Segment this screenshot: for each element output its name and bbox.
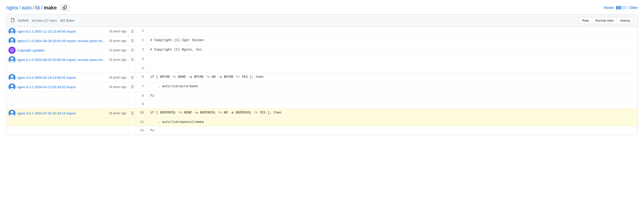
line-number: 6 bbox=[136, 73, 148, 82]
newer-label[interactable]: Newer bbox=[604, 6, 614, 10]
breadcrumb-nginx[interactable]: nginx bbox=[6, 5, 18, 11]
line-actions[interactable] bbox=[129, 118, 136, 126]
file-header: 100644 24 lines (17 sloc) 482 Bytes Raw … bbox=[6, 14, 638, 27]
line-actions[interactable] bbox=[129, 126, 136, 135]
line-content: if [ $OPENSSL != NONE -a $OPENSSL != NO … bbox=[148, 109, 638, 118]
file-size: 482 Bytes bbox=[60, 19, 75, 22]
breadcrumb-current: make bbox=[44, 5, 57, 11]
file-icon bbox=[10, 18, 15, 23]
line-number: 10 bbox=[136, 109, 148, 118]
code-area: 12 fi bbox=[129, 126, 638, 135]
blame-sidebar-3: Copyright updated. 10 years ago bbox=[6, 46, 129, 55]
normal-view-button[interactable]: Normal view bbox=[592, 17, 617, 24]
history-button[interactable]: History bbox=[617, 17, 634, 24]
line-actions[interactable] bbox=[129, 55, 136, 64]
blame-sidebar-9 bbox=[6, 100, 129, 108]
code-area: 7 . auto/lib/pcre/make bbox=[129, 82, 638, 92]
code-area: 4 bbox=[129, 55, 638, 64]
raw-button[interactable]: Raw bbox=[579, 17, 592, 24]
file-lines: 24 lines (17 sloc) bbox=[32, 19, 57, 22]
svg-point-4 bbox=[11, 38, 13, 41]
line-content bbox=[148, 27, 638, 36]
blame-row: 5 bbox=[6, 65, 638, 73]
line-content: fi bbox=[148, 126, 638, 135]
file-id: 100644 bbox=[18, 19, 29, 22]
blame-sidebar-10: nginx-0.0.7-2004-07-25-22:34:14 import 1… bbox=[6, 109, 129, 118]
line-actions[interactable] bbox=[129, 65, 136, 73]
code-area: 6 if [ $PCRE != NONE -a $PCRE != NO -a $… bbox=[129, 73, 638, 82]
avatar bbox=[8, 37, 16, 44]
blame-sidebar-11 bbox=[6, 118, 129, 126]
line-actions[interactable] bbox=[129, 36, 136, 45]
line-content: # Copyright (C) Igor Sysoev bbox=[148, 36, 638, 45]
line-actions[interactable] bbox=[129, 92, 136, 100]
breadcrumb: nginx / auto / lib / make bbox=[6, 4, 70, 11]
commit-time: 18 years ago bbox=[107, 85, 126, 89]
code-area: 1 bbox=[129, 27, 638, 36]
copy-path-button[interactable] bbox=[60, 4, 70, 11]
commit-time: 19 years ago bbox=[107, 30, 126, 33]
line-number: 7 bbox=[136, 82, 148, 92]
code-area: 9 bbox=[129, 100, 638, 108]
blame-row: nginx-0.0.3-2004-04-18-23:06:02 import 1… bbox=[6, 73, 638, 82]
avatar bbox=[8, 56, 16, 63]
line-actions[interactable] bbox=[129, 109, 136, 118]
file-info: 100644 24 lines (17 sloc) 482 Bytes bbox=[10, 18, 75, 23]
commit-link[interactable]: nginx-0.0.1-2003-11-25-23:44:56 import bbox=[17, 30, 76, 33]
line-number: 4 bbox=[136, 55, 148, 64]
avatar bbox=[8, 74, 16, 81]
commit-link[interactable]: nginx-0.1.0-2004-09-29-20:00:49 import; … bbox=[17, 58, 105, 62]
line-number: 11 bbox=[136, 118, 148, 126]
code-area: 8 fi bbox=[129, 92, 638, 100]
blame-row: nginx-0.0.7-2004-07-25-22:34:14 import 1… bbox=[6, 109, 638, 118]
line-content: fi bbox=[148, 92, 638, 100]
commit-link[interactable]: nginx-0.0.2-2004-03-12-00:34:52 import bbox=[17, 85, 76, 89]
line-actions[interactable] bbox=[129, 27, 136, 36]
code-area: 2 # Copyright (C) Igor Sysoev bbox=[129, 36, 638, 45]
blame-sidebar-7: nginx-0.0.2-2004-03-12-00:34:52 import 1… bbox=[6, 82, 129, 92]
line-number: 9 bbox=[136, 100, 148, 108]
commit-link[interactable]: nginx-0.0.3-2004-04-18-23:06:02 import bbox=[17, 76, 76, 80]
file-actions: Raw Normal view History bbox=[579, 17, 634, 24]
commit-time: 10 years ago bbox=[107, 48, 126, 52]
commit-link[interactable]: Copyright updated. bbox=[17, 48, 45, 52]
line-content bbox=[148, 65, 638, 73]
pagination: Newer Older bbox=[604, 6, 638, 10]
blame-row: nginx-0.0.2-2004-03-12-00:34:52 import 1… bbox=[6, 82, 638, 92]
line-actions[interactable] bbox=[129, 73, 136, 82]
blame-sidebar-4: nginx-0.1.0-2004-09-29-20:00:49 import; … bbox=[6, 55, 129, 64]
commit-link[interactable]: nginx-0.1.0-2004-09-29-20:00:49 import; … bbox=[17, 39, 105, 43]
line-actions[interactable] bbox=[129, 46, 136, 55]
blame-sidebar-5 bbox=[6, 65, 129, 73]
svg-point-13 bbox=[11, 85, 13, 87]
breadcrumb-lib[interactable]: lib bbox=[35, 5, 40, 11]
line-content: . auto/lib/openssl/make bbox=[148, 118, 638, 126]
avatar bbox=[8, 28, 16, 35]
line-number: 5 bbox=[136, 65, 148, 73]
blame-row: 11 . auto/lib/openssl/make bbox=[6, 118, 638, 126]
blame-sidebar-2: nginx-0.1.0-2004-09-29-20:00:49 import; … bbox=[6, 36, 129, 45]
blame-row: Copyright updated. 10 years ago 3 # Copy… bbox=[6, 46, 638, 55]
line-content: # Copyright (C) Nginx, Inc. bbox=[148, 46, 638, 55]
commit-time: 18 years ago bbox=[107, 58, 126, 61]
line-actions[interactable] bbox=[129, 100, 136, 108]
commit-link[interactable]: nginx-0.0.7-2004-07-25-22:34:14 import bbox=[17, 111, 76, 115]
older-label[interactable]: Older bbox=[629, 6, 638, 10]
blame-container: nginx-0.0.1-2003-11-25-23:44:56 import 1… bbox=[6, 27, 638, 135]
breadcrumb-auto[interactable]: auto bbox=[22, 5, 32, 11]
blame-row: 9 bbox=[6, 100, 638, 109]
avatar bbox=[8, 110, 16, 117]
blame-row: nginx-0.0.1-2003-11-25-23:44:56 import 1… bbox=[6, 27, 638, 36]
commit-time: 18 years ago bbox=[107, 76, 126, 79]
svg-point-16 bbox=[11, 111, 13, 113]
blame-row: nginx-0.1.0-2004-09-29-20:00:49 import; … bbox=[6, 55, 638, 65]
line-number: 3 bbox=[136, 46, 148, 55]
line-actions[interactable] bbox=[129, 82, 136, 92]
line-content bbox=[148, 100, 638, 108]
code-area: 3 # Copyright (C) Nginx, Inc. bbox=[129, 46, 638, 55]
line-number: 8 bbox=[136, 92, 148, 100]
line-number: 2 bbox=[136, 36, 148, 45]
commit-time: 18 years ago bbox=[107, 111, 126, 115]
blame-sidebar-8 bbox=[6, 92, 129, 100]
code-area: 11 . auto/lib/openssl/make bbox=[129, 118, 638, 126]
